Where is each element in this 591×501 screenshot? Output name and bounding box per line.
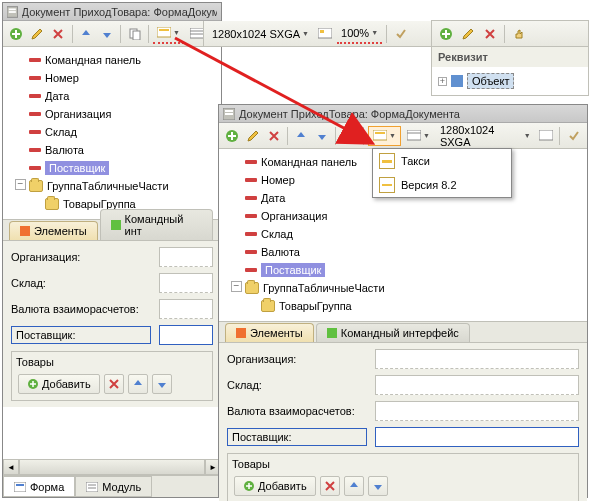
tree-item-selected[interactable]: Поставщик <box>5 159 219 177</box>
tree-item-selected[interactable]: Поставщик <box>221 261 585 279</box>
up-row-button[interactable] <box>344 476 364 496</box>
down-button[interactable] <box>97 24 116 44</box>
post-input[interactable] <box>375 427 579 447</box>
titlebar-1[interactable]: Документ ПриходТовара: ФормаДокумента <box>3 3 221 21</box>
arrow-down-icon <box>157 379 167 389</box>
tovary-group: Товары Добавить <box>11 351 213 401</box>
add-row-button[interactable]: Добавить <box>234 476 316 496</box>
tree-item[interactable]: Валюта <box>221 243 585 261</box>
side-tree[interactable]: + Объект <box>432 67 588 95</box>
tab-command-interface[interactable]: Командный интерфейс <box>316 323 470 342</box>
field-sklad: Склад: <box>227 375 579 395</box>
separator <box>120 25 121 43</box>
tree-root[interactable]: Командная панель <box>5 51 219 69</box>
layout-icon <box>407 130 421 142</box>
btab-module[interactable]: Модуль <box>75 476 152 497</box>
arrow-up-icon <box>133 379 143 389</box>
scroll-left[interactable]: ◄ <box>3 459 19 475</box>
delete-button[interactable] <box>264 126 283 146</box>
down-button[interactable] <box>313 126 332 146</box>
side-add[interactable] <box>436 24 456 44</box>
field-valuta: Валюта взаиморасчетов: <box>227 401 579 421</box>
side-obj[interactable]: + Объект <box>436 71 584 91</box>
hand-icon <box>513 28 525 40</box>
separator <box>287 127 288 145</box>
bottom-tabs-1: Форма Модуль <box>3 475 221 497</box>
side-delete[interactable] <box>480 24 500 44</box>
up-button[interactable] <box>77 24 96 44</box>
field-post: Поставщик: <box>227 427 579 447</box>
check-icon <box>568 130 580 142</box>
form-icon <box>7 6 18 18</box>
tabbar-1: Элементы Командный инт <box>3 219 221 241</box>
tree-item[interactable]: Организация <box>5 105 219 123</box>
titlebar-2[interactable]: Документ ПриходТовара: ФормаДокумента <box>219 105 587 123</box>
tree-1[interactable]: Командная панель Номер Дата Организация … <box>3 47 221 219</box>
toolbar-1b: 1280x1024 SXGA▼ 100%▼ <box>203 21 443 47</box>
edit-button[interactable] <box>28 24 47 44</box>
tree-item[interactable]: Валюта <box>5 141 219 159</box>
tree-group[interactable]: ГруппаТабличныеЧасти <box>221 279 585 297</box>
down-row-button[interactable] <box>152 374 172 394</box>
tree-item[interactable]: Организация <box>221 207 585 225</box>
screen-icon <box>157 27 171 39</box>
valuta-input[interactable] <box>375 401 579 421</box>
svg-rect-21 <box>225 110 233 112</box>
separator <box>335 127 336 145</box>
resolution-dropdown[interactable]: 1280x1024 SXGA▼ <box>208 24 313 44</box>
tree-item[interactable]: Дата <box>5 87 219 105</box>
zoom-dropdown[interactable]: 100%▼ <box>337 24 382 44</box>
popup-v82[interactable]: Версия 8.2 <box>373 173 511 197</box>
square-icon <box>20 226 30 236</box>
check-button[interactable] <box>564 126 583 146</box>
view-mode-dropdown[interactable]: ▼ <box>153 24 184 44</box>
add-button[interactable] <box>223 126 242 146</box>
delete-row-button[interactable] <box>320 476 340 496</box>
svg-rect-1 <box>9 8 16 10</box>
folder-icon <box>245 282 259 294</box>
up-button[interactable] <box>292 126 311 146</box>
chevron-down-icon: ▼ <box>173 29 180 36</box>
delete-row-button[interactable] <box>104 374 124 394</box>
sklad-input[interactable] <box>159 273 213 293</box>
tree-subitem[interactable]: ТоварыГруппа <box>221 297 585 315</box>
copy-icon <box>344 130 356 142</box>
tab-elements[interactable]: Элементы <box>9 221 98 240</box>
up-row-button[interactable] <box>128 374 148 394</box>
copy-button[interactable] <box>340 126 359 146</box>
add-row-button[interactable]: Добавить <box>18 374 100 394</box>
side-edit[interactable] <box>458 24 478 44</box>
hscrollbar-1[interactable]: ◄ ► <box>3 459 221 475</box>
scroll-thumb[interactable] <box>19 459 205 475</box>
tab-command-interface[interactable]: Командный инт <box>100 209 213 240</box>
tree-item[interactable]: Номер <box>5 69 219 87</box>
popup-taxi[interactable]: Такси <box>373 149 511 173</box>
btab-form[interactable]: Форма <box>3 476 75 497</box>
expand-icon[interactable]: + <box>438 77 447 86</box>
tree-item[interactable]: Склад <box>221 225 585 243</box>
plus-icon <box>225 129 239 143</box>
sklad-input[interactable] <box>375 375 579 395</box>
resolution-dropdown[interactable]: 1280x1024 SXGA▼ <box>436 126 535 146</box>
edit-button[interactable] <box>244 126 263 146</box>
valuta-input[interactable] <box>159 299 213 319</box>
view-mode-dropdown-2[interactable]: ▼ <box>368 126 401 146</box>
tree-group[interactable]: ГруппаТабличныеЧасти <box>5 177 219 195</box>
org-input[interactable] <box>375 349 579 369</box>
delete-button[interactable] <box>49 24 68 44</box>
org-input[interactable] <box>159 247 213 267</box>
tree-item[interactable]: Склад <box>5 123 219 141</box>
add-button[interactable] <box>7 24 26 44</box>
post-input[interactable] <box>159 325 213 345</box>
check-button[interactable] <box>391 24 411 44</box>
side-prop[interactable] <box>509 24 529 44</box>
plus-icon <box>243 480 255 492</box>
tab-elements[interactable]: Элементы <box>225 323 314 342</box>
arrow-up-icon <box>296 131 306 141</box>
copy-button[interactable] <box>125 24 144 44</box>
down-row-button[interactable] <box>368 476 388 496</box>
svg-rect-25 <box>348 133 355 142</box>
preview-button[interactable] <box>537 126 556 146</box>
layout-dropdown[interactable]: ▼ <box>403 126 434 146</box>
preview-button[interactable] <box>315 24 335 44</box>
